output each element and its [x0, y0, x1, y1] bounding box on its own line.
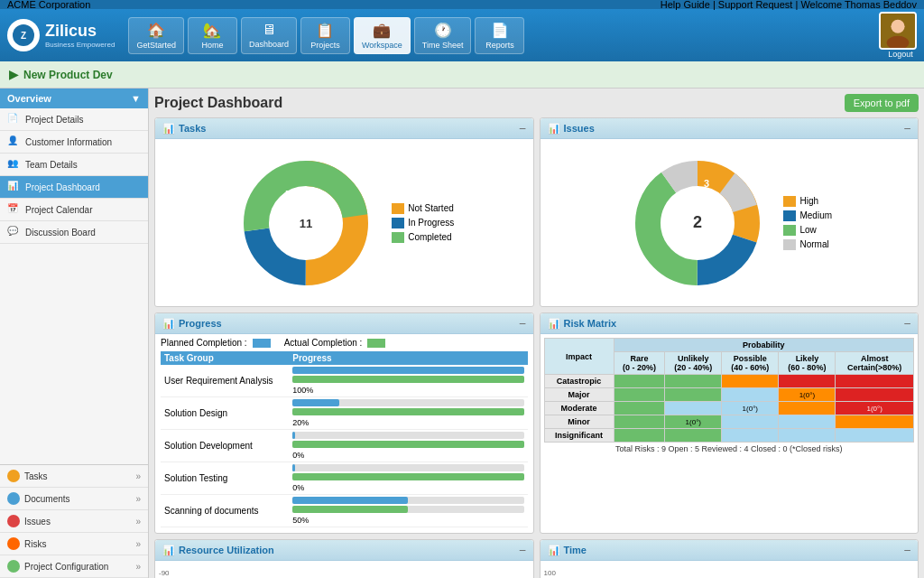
progress-collapse-button[interactable]: – — [520, 317, 526, 330]
progress-bar-cell: 0% — [289, 462, 527, 495]
planned-bar-wrap — [292, 464, 523, 471]
user-avatar — [879, 12, 917, 50]
time-panel-header: 📊 Time – — [541, 540, 919, 561]
nav-home-label: Home — [201, 41, 223, 50]
table-row: User Requirement Analysis 100% — [161, 365, 528, 397]
sidebar-overview-label: Overview — [7, 93, 51, 104]
risks-bottom-label: Risks — [24, 539, 46, 549]
logo-icon: Z — [7, 19, 40, 51]
sidebar-item-tasks[interactable]: Tasks » — [0, 465, 148, 488]
nav-workspace-label: Workspace — [362, 41, 402, 50]
task-name: Scanning of documents — [161, 495, 289, 527]
progress-bar-cell: 20% — [289, 397, 527, 430]
svg-text:Z: Z — [21, 31, 26, 41]
risk-panel-body: Impact Probability Rare(0 - 20%) Unlikel… — [541, 334, 919, 457]
actual-bar — [292, 376, 523, 383]
resource-collapse-button[interactable]: – — [520, 544, 526, 556]
impact-major: Major — [544, 388, 614, 402]
risk-cell — [614, 429, 665, 443]
planned-bar — [292, 432, 295, 439]
legend-completed: Completed — [392, 232, 454, 243]
nav-timesheet[interactable]: 🕐 Time Sheet — [414, 17, 472, 54]
sidebar-item-customer-info[interactable]: 👤 Customer Information — [0, 131, 148, 154]
impact-header: Impact — [544, 339, 614, 375]
welcome-text: Welcome Thomas Beddov — [800, 0, 917, 10]
planned-bar — [292, 399, 338, 406]
project-dashboard-icon: 📊 — [7, 181, 20, 193]
nav-dashboard[interactable]: 🖥 Dashboard — [241, 17, 297, 54]
issues-panel-header: 📊 Issues – — [541, 118, 919, 139]
svg-text:5: 5 — [285, 189, 291, 200]
legend-low: Low — [783, 225, 832, 236]
nav-items: 🏠 GetStarted 🏡 Home 🖥 Dashboard 📋 Projec… — [128, 17, 870, 54]
sidebar-item-project-configuration[interactable]: Project Configuration » — [0, 555, 148, 578]
planned-bar-wrap — [292, 367, 523, 374]
probability-header: Probability — [614, 339, 913, 352]
planned-bar-wrap — [292, 432, 523, 439]
getstarted-icon: 🏠 — [147, 22, 165, 39]
issues-panel-body: 2 3 4 1 High Medium — [541, 139, 919, 306]
nav-timesheet-label: Time Sheet — [422, 41, 464, 50]
company-name: ACME Corporation — [7, 0, 90, 10]
progress-chart-icon: 📊 — [162, 318, 175, 330]
sidebar-item-discussion-board[interactable]: 💬 Discussion Board — [0, 221, 148, 244]
risk-cell — [722, 429, 779, 443]
nav-home[interactable]: 🏡 Home — [188, 17, 237, 54]
svg-text:11: 11 — [300, 217, 312, 230]
resource-chart-icon: 📊 — [162, 545, 175, 556]
project-calendar-icon: 📅 — [7, 203, 20, 216]
nav-workspace[interactable]: 💼 Workspace — [354, 17, 411, 54]
risk-row-minor: Minor 1(0°) — [544, 415, 914, 429]
sidebar-item-risks[interactable]: Risks » — [0, 533, 148, 555]
content-header: Project Dashboard Export to pdf — [154, 94, 919, 112]
tasks-collapse-button[interactable]: – — [520, 122, 526, 135]
risk-cell — [614, 402, 665, 415]
resource-panel: 📊 Resource Utilization – -90 — [154, 539, 534, 578]
sidebar-item-team-details[interactable]: 👥 Team Details — [0, 154, 148, 176]
legend-normal: Normal — [783, 239, 832, 250]
sidebar-label-project-dashboard: Project Dashboard — [25, 182, 100, 192]
tasks-legend: Not Started In Progress Completed — [392, 203, 454, 243]
time-axis-label: 100 — [544, 569, 556, 577]
support-link[interactable]: Support Request — [718, 0, 793, 10]
actual-color-swatch — [367, 339, 385, 348]
project-name: New Product Dev — [23, 69, 113, 81]
documents-circle-icon — [7, 492, 20, 505]
time-collapse-button[interactable]: – — [904, 544, 910, 556]
sidebar-item-project-calendar[interactable]: 📅 Project Calendar — [0, 199, 148, 221]
help-link[interactable]: Help Guide — [661, 0, 710, 10]
sidebar-item-issues[interactable]: Issues » — [0, 510, 148, 533]
customer-info-icon: 👤 — [7, 135, 20, 148]
col-task-group: Task Group — [161, 351, 289, 365]
actual-bar — [292, 473, 523, 480]
in-progress-label: In Progress — [408, 218, 454, 228]
not-started-label: Not Started — [408, 203, 454, 213]
tasks-panel-title: 📊 Tasks — [162, 123, 206, 135]
nav-getstarted[interactable]: 🏠 GetStarted — [128, 17, 184, 54]
tasks-circle-icon — [7, 470, 20, 482]
top-links: Help Guide | Support Request | Welcome T… — [661, 0, 917, 10]
risks-arrow-icon: » — [135, 539, 141, 549]
risk-cell — [665, 429, 722, 443]
sidebar-item-documents[interactable]: Documents » — [0, 488, 148, 510]
nav-projects[interactable]: 📋 Projects — [300, 17, 350, 54]
nav-dashboard-label: Dashboard — [249, 40, 289, 49]
issues-collapse-button[interactable]: – — [904, 122, 910, 135]
actual-label: Actual Completion : — [284, 338, 363, 348]
sidebar-collapse-icon[interactable]: ▼ — [131, 93, 141, 104]
task-name: Solution Development — [161, 430, 289, 462]
legend-medium: Medium — [783, 210, 832, 221]
logout-button[interactable]: Logout — [888, 50, 913, 59]
actual-bar-wrap — [292, 441, 523, 448]
sidebar-item-project-dashboard[interactable]: 📊 Project Dashboard — [0, 176, 148, 199]
planned-bar-wrap — [292, 497, 523, 504]
export-button[interactable]: Export to pdf — [845, 94, 919, 112]
workspace-icon: 💼 — [373, 22, 391, 39]
risk-collapse-button[interactable]: – — [904, 317, 910, 330]
risk-panel-header: 📊 Risk Matrix – — [541, 313, 919, 334]
nav-reports[interactable]: 📄 Reports — [475, 17, 524, 54]
risk-cell — [836, 388, 914, 402]
sidebar-label-discussion-board: Discussion Board — [25, 228, 96, 238]
high-label: High — [799, 196, 818, 206]
sidebar-item-project-details[interactable]: 📄 Project Details — [0, 108, 148, 131]
